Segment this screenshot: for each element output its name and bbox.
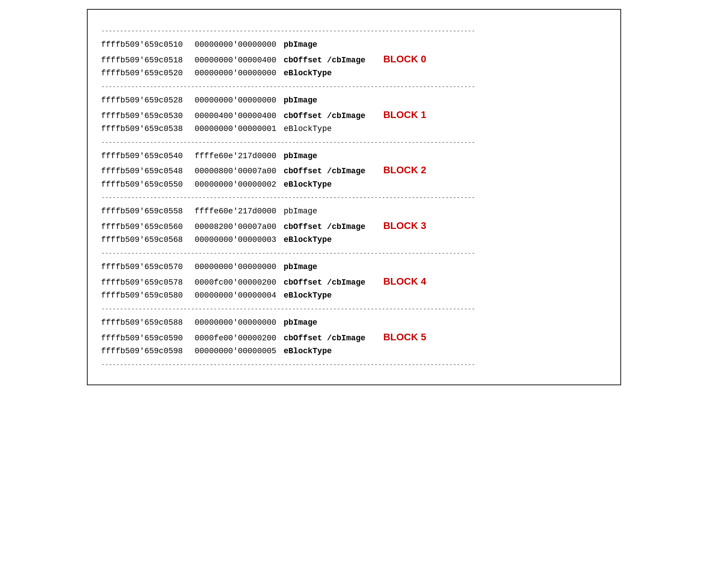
value-2-0: ffffe60e'217d0000 <box>195 150 284 163</box>
block-section-3: ffffb509'659c0558 ffffe60e'217d0000 pbIm… <box>101 205 607 246</box>
block-label-5: BLOCK 5 <box>383 329 427 345</box>
value-3-0: ffffe60e'217d0000 <box>195 205 284 218</box>
divider-0: ----------------------------------------… <box>101 83 607 90</box>
block-5-row-0: ffffb509'659c0588 00000000'00000000 pbIm… <box>101 316 607 329</box>
value-4-0: 00000000'00000000 <box>195 261 284 274</box>
addr-3-1: ffffb509'659c0560 <box>101 220 195 233</box>
label-0-1: cbOffset /cbImage <box>284 54 366 67</box>
top-divider: ----------------------------------------… <box>101 28 607 35</box>
block-label-0: BLOCK 0 <box>383 51 427 67</box>
block-1-row-1: ffffb509'659c0530 00000400'00000400 cbOf… <box>101 107 607 122</box>
value-1-1: 00000400'00000400 <box>195 110 284 122</box>
block-section-4: ffffb509'659c0570 00000000'00000000 pbIm… <box>101 261 607 302</box>
addr-0-0: ffffb509'659c0510 <box>101 38 195 51</box>
block-4-row-2: ffffb509'659c0580 00000000'00000004 eBlo… <box>101 289 607 302</box>
label-2-2: eBlockType <box>284 178 332 191</box>
block-5-row-1: ffffb509'659c0590 0000fe00'00000200 cbOf… <box>101 329 607 345</box>
block-section-0: ffffb509'659c0510 00000000'00000000 pbIm… <box>101 38 607 80</box>
label-4-2: eBlockType <box>284 289 332 302</box>
label-1-2: eBlockType <box>284 122 332 135</box>
label-4-1: cbOffset /cbImage <box>284 276 366 289</box>
value-5-0: 00000000'00000000 <box>195 316 284 329</box>
block-3-row-1: ffffb509'659c0560 00008200'00007a00 cbOf… <box>101 218 607 233</box>
label-2-0: pbImage <box>284 150 317 163</box>
value-5-1: 0000fe00'00000200 <box>195 332 284 345</box>
divider-1: ----------------------------------------… <box>101 139 607 146</box>
block-label-2: BLOCK 2 <box>383 162 427 178</box>
value-0-2: 00000000'00000000 <box>195 67 284 80</box>
block-2-row-0: ffffb509'659c0540 ffffe60e'217d0000 pbIm… <box>101 150 607 163</box>
value-5-2: 00000000'00000005 <box>195 345 284 358</box>
block-0-row-1: ffffb509'659c0518 00000000'00000400 cbOf… <box>101 51 607 67</box>
value-0-0: 00000000'00000000 <box>195 38 284 51</box>
addr-4-0: ffffb509'659c0570 <box>101 261 195 274</box>
addr-1-1: ffffb509'659c0530 <box>101 110 195 122</box>
block-section-2: ffffb509'659c0540 ffffe60e'217d0000 pbIm… <box>101 150 607 191</box>
block-4-row-0: ffffb509'659c0570 00000000'00000000 pbIm… <box>101 261 607 274</box>
addr-3-2: ffffb509'659c0568 <box>101 233 195 246</box>
label-3-1: cbOffset /cbImage <box>284 220 366 233</box>
addr-5-2: ffffb509'659c0598 <box>101 345 195 358</box>
value-4-2: 00000000'00000004 <box>195 289 284 302</box>
value-1-0: 00000000'00000000 <box>195 94 284 107</box>
value-2-2: 00000000'00000002 <box>195 178 284 191</box>
addr-0-1: ffffb509'659c0518 <box>101 54 195 67</box>
addr-2-2: ffffb509'659c0550 <box>101 178 195 191</box>
addr-1-0: ffffb509'659c0528 <box>101 94 195 107</box>
label-5-0: pbImage <box>284 316 317 329</box>
label-0-2: eBlockType <box>284 67 332 80</box>
addr-4-1: ffffb509'659c0578 <box>101 276 195 289</box>
addr-5-1: ffffb509'659c0590 <box>101 332 195 345</box>
block-1-row-2: ffffb509'659c0538 00000000'00000001 eBlo… <box>101 122 607 135</box>
addr-0-2: ffffb509'659c0520 <box>101 67 195 80</box>
value-3-1: 00008200'00007a00 <box>195 220 284 233</box>
block-2-row-2: ffffb509'659c0550 00000000'00000002 eBlo… <box>101 178 607 191</box>
value-1-2: 00000000'00000001 <box>195 122 284 135</box>
divider-3: ----------------------------------------… <box>101 250 607 257</box>
divider-2: ----------------------------------------… <box>101 194 607 201</box>
block-section-5: ffffb509'659c0588 00000000'00000000 pbIm… <box>101 316 607 358</box>
label-4-0: pbImage <box>284 261 317 274</box>
label-1-1: cbOffset /cbImage <box>284 110 366 122</box>
addr-3-0: ffffb509'659c0558 <box>101 205 195 218</box>
block-0-row-0: ffffb509'659c0510 00000000'00000000 pbIm… <box>101 38 607 51</box>
divider-5: ----------------------------------------… <box>101 361 607 368</box>
main-container: ----------------------------------------… <box>87 9 621 385</box>
addr-4-2: ffffb509'659c0580 <box>101 289 195 302</box>
value-2-1: 00000800'00007a00 <box>195 165 284 178</box>
block-label-3: BLOCK 3 <box>383 218 427 233</box>
addr-1-2: ffffb509'659c0538 <box>101 122 195 135</box>
addr-5-0: ffffb509'659c0588 <box>101 316 195 329</box>
block-2-row-1: ffffb509'659c0548 00000800'00007a00 cbOf… <box>101 162 607 178</box>
addr-2-0: ffffb509'659c0540 <box>101 150 195 163</box>
blocks-container: ffffb509'659c0510 00000000'00000000 pbIm… <box>101 38 607 368</box>
block-1-row-0: ffffb509'659c0528 00000000'00000000 pbIm… <box>101 94 607 107</box>
block-5-row-2: ffffb509'659c0598 00000000'00000005 eBlo… <box>101 345 607 358</box>
label-0-0: pbImage <box>284 38 317 51</box>
block-label-1: BLOCK 1 <box>383 107 427 122</box>
block-3-row-0: ffffb509'659c0558 ffffe60e'217d0000 pbIm… <box>101 205 607 218</box>
label-3-0: pbImage <box>284 205 317 218</box>
block-0-row-2: ffffb509'659c0520 00000000'00000000 eBlo… <box>101 67 607 80</box>
block-4-row-1: ffffb509'659c0578 0000fc00'00000200 cbOf… <box>101 274 607 289</box>
label-1-0: pbImage <box>284 94 317 107</box>
block-3-row-2: ffffb509'659c0568 00000000'00000003 eBlo… <box>101 233 607 246</box>
value-3-2: 00000000'00000003 <box>195 233 284 246</box>
divider-4: ----------------------------------------… <box>101 306 607 313</box>
value-0-1: 00000000'00000400 <box>195 54 284 67</box>
value-4-1: 0000fc00'00000200 <box>195 276 284 289</box>
block-label-4: BLOCK 4 <box>383 274 427 289</box>
label-3-2: eBlockType <box>284 233 332 246</box>
label-2-1: cbOffset /cbImage <box>284 165 366 178</box>
label-5-1: cbOffset /cbImage <box>284 332 366 345</box>
block-section-1: ffffb509'659c0528 00000000'00000000 pbIm… <box>101 94 607 135</box>
label-5-2: eBlockType <box>284 345 332 358</box>
addr-2-1: ffffb509'659c0548 <box>101 165 195 178</box>
